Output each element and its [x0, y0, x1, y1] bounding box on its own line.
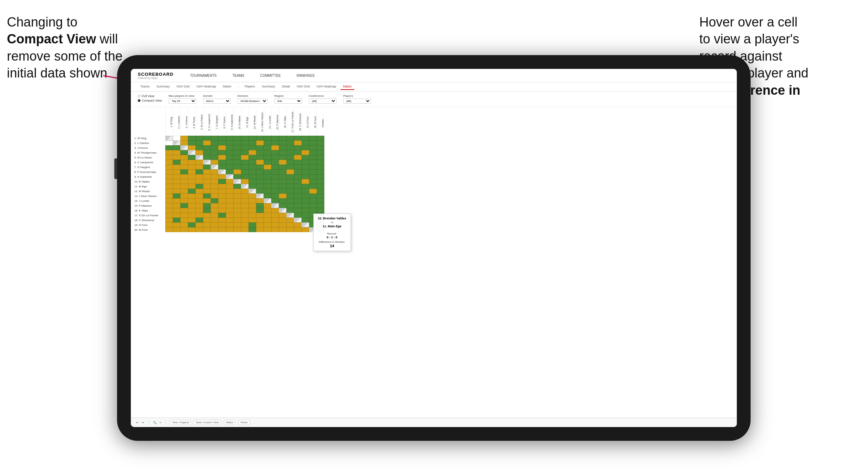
grid-cell-8-17[interactable] — [286, 169, 294, 174]
grid-cell-19-14[interactable] — [264, 222, 271, 227]
grid-cell-10-1[interactable] — [165, 179, 173, 184]
grid-cell-7-11[interactable] — [241, 165, 249, 169]
grid-cell-10-20[interactable] — [309, 179, 317, 184]
grid-cell-19-13[interactable] — [256, 222, 264, 227]
grid-cell-7-3[interactable] — [180, 165, 188, 169]
nav-rankings[interactable]: RANKINGS — [294, 72, 317, 79]
grid-cell-18-9[interactable] — [226, 218, 233, 222]
grid-cell-20-4[interactable] — [188, 227, 196, 232]
grid-cell-17-8[interactable] — [218, 213, 226, 218]
grid-cell-8-4[interactable] — [188, 169, 196, 174]
grid-cell-7-5[interactable] — [196, 165, 203, 169]
grid-cell-20-1[interactable] — [165, 227, 173, 232]
grid-cell-17-10[interactable] — [233, 213, 241, 218]
grid-cell-18-4[interactable] — [188, 218, 196, 222]
grid-cell-12-13[interactable] — [256, 189, 264, 194]
grid-cell-4-9[interactable] — [226, 150, 233, 155]
grid-cell-20-10[interactable] — [233, 227, 241, 232]
grid-cell-12-6[interactable] — [203, 189, 211, 194]
save-custom-btn[interactable]: Save Custom View — [194, 420, 221, 425]
grid-cell-19-16[interactable] — [279, 222, 286, 227]
grid-cell-9-6[interactable] — [203, 174, 211, 179]
grid-cell-17-18[interactable] — [294, 213, 302, 218]
grid-cell-14-21[interactable] — [317, 198, 324, 203]
grid-cell-18-10[interactable] — [233, 218, 241, 222]
grid-cell-13-2[interactable] — [173, 194, 180, 198]
grid-cell-10-19[interactable] — [302, 179, 309, 184]
grid-cell-16-5[interactable] — [196, 208, 203, 213]
grid-cell-17-7[interactable] — [211, 213, 218, 218]
grid-cell-13-18[interactable] — [294, 194, 302, 198]
grid-cell-20-19[interactable] — [302, 227, 309, 232]
grid-cell-8-1[interactable] — [165, 169, 173, 174]
grid-cell-16-15[interactable] — [271, 208, 279, 213]
grid-cell-18-8[interactable] — [218, 218, 226, 222]
grid-cell-13-21[interactable] — [317, 194, 324, 198]
grid-cell-12-12[interactable] — [249, 189, 256, 194]
grid-cell-4-19[interactable] — [302, 150, 309, 155]
grid-cell-2-11[interactable] — [241, 141, 249, 145]
grid-cell-6-8[interactable] — [218, 160, 226, 165]
grid-cell-3-6[interactable] — [203, 145, 211, 150]
grid-cell-15-7[interactable] — [211, 203, 218, 208]
grid-cell-13-19[interactable] — [302, 194, 309, 198]
grid-cell-11-20[interactable] — [309, 184, 317, 189]
grid-cell-5-13[interactable] — [256, 155, 264, 160]
grid-cell-8-8[interactable] — [218, 169, 226, 174]
grid-cell-9-11[interactable] — [241, 174, 249, 179]
grid-cell-14-14[interactable] — [264, 198, 271, 203]
grid-cell-19-17[interactable] — [286, 222, 294, 227]
grid-cell-6-20[interactable] — [309, 160, 317, 165]
grid-cell-6-13[interactable] — [256, 160, 264, 165]
grid-cell-18-16[interactable] — [279, 218, 286, 222]
grid-cell-13-3[interactable] — [180, 194, 188, 198]
grid-cell-11-18[interactable] — [294, 184, 302, 189]
grid-cell-12-10[interactable] — [233, 189, 241, 194]
grid-cell-17-19[interactable] — [302, 213, 309, 218]
grid-cell-3-18[interactable] — [294, 145, 302, 150]
grid-cell-14-4[interactable] — [188, 198, 196, 203]
grid-cell-10-5[interactable] — [196, 179, 203, 184]
grid-cell-17-1[interactable] — [165, 213, 173, 218]
compact-view-radio[interactable]: Compact View — [138, 99, 162, 102]
grid-cell-11-2[interactable] — [173, 184, 180, 189]
grid-cell-16-16[interactable] — [279, 208, 286, 213]
grid-cell-9-8[interactable] — [218, 174, 226, 179]
grid-cell-11-12[interactable] — [249, 184, 256, 189]
grid-cell-19-18[interactable] — [294, 222, 302, 227]
grid-cell-3-21[interactable] — [317, 145, 324, 150]
grid-cell-16-1[interactable] — [165, 208, 173, 213]
grid-cell-3-7[interactable] — [211, 145, 218, 150]
grid-cell-18-5[interactable] — [196, 218, 203, 222]
grid-cell-2-21[interactable] — [317, 141, 324, 145]
grid-cell-1-6[interactable] — [203, 136, 211, 141]
grid-cell-17-5[interactable] — [196, 213, 203, 218]
grid-cell-11-15[interactable] — [271, 184, 279, 189]
grid-cell-2-17[interactable] — [286, 141, 294, 145]
grid-cell-18-17[interactable] — [286, 218, 294, 222]
grid-cell-16-10[interactable] — [233, 208, 241, 213]
grid-cell-3-16[interactable] — [279, 145, 286, 150]
grid-cell-5-9[interactable] — [226, 155, 233, 160]
grid-cell-1-7[interactable] — [211, 136, 218, 141]
grid-cell-2-13[interactable] — [256, 141, 264, 145]
grid-cell-9-21[interactable] — [317, 174, 324, 179]
grid-cell-8-5[interactable] — [196, 169, 203, 174]
grid-cell-15-4[interactable] — [188, 203, 196, 208]
grid-cell-13-5[interactable] — [196, 194, 203, 198]
grid-cell-18-11[interactable] — [241, 218, 249, 222]
grid-cell-7-1[interactable] — [165, 165, 173, 169]
grid-cell-19-4[interactable] — [188, 222, 196, 227]
grid-cell-3-13[interactable] — [256, 145, 264, 150]
grid-cell-10-18[interactable] — [294, 179, 302, 184]
gender-select[interactable]: Men's — [203, 98, 231, 104]
grid-cell-17-13[interactable] — [256, 213, 264, 218]
grid-cell-6-1[interactable] — [165, 160, 173, 165]
grid-cell-15-19[interactable] — [302, 203, 309, 208]
grid-cell-8-20[interactable] — [309, 169, 317, 174]
grid-cell-3-19[interactable] — [302, 145, 309, 150]
grid-cell-4-18[interactable] — [294, 150, 302, 155]
grid-cell-5-21[interactable] — [317, 155, 324, 160]
grid-cell-4-11[interactable] — [241, 150, 249, 155]
grid-cell-15-5[interactable] — [196, 203, 203, 208]
